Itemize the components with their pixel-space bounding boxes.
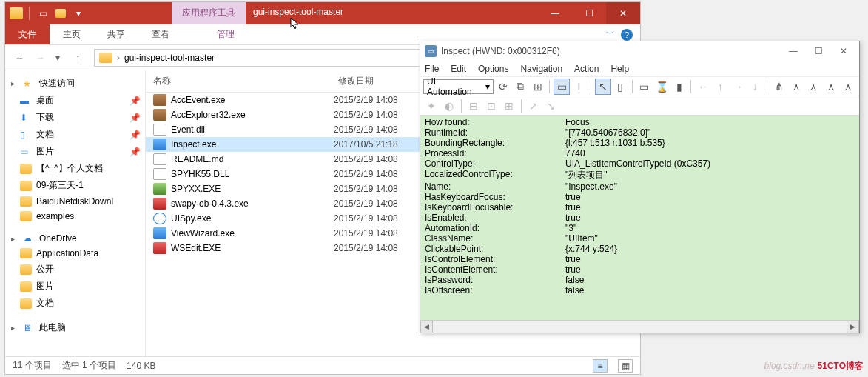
ribbon-tab-share[interactable]: 共享 [94,24,138,44]
ribbon-tab-home[interactable]: 主页 [50,24,94,44]
recent-dropdown[interactable]: ▾ [53,49,63,67]
rect-icon[interactable]: ▭ [636,79,652,95]
highlight-icon[interactable]: ▯ [613,79,628,95]
menu-file[interactable]: File [425,64,439,74]
property-key: LocalizedControlType: [425,169,565,181]
nav-onedrive[interactable]: ▸☁OneDrive [5,231,145,246]
nav-thispc[interactable]: ▸🖥此电脑 [5,319,145,336]
help-icon[interactable]: ? [621,29,633,41]
nav-item-docs2[interactable]: 文档 [5,295,145,312]
property-key: ClassName: [425,233,565,244]
hourglass-icon[interactable]: ⌛ [653,79,669,95]
navigation-pane[interactable]: ▸★快速访问 ▬桌面📌 ⬇下载📌 ▯文档📌 ▭图片📌 【^_^】个人文档 09-… [5,70,146,356]
up-button[interactable]: ↑ [69,49,87,67]
nav-item-public[interactable]: 公开 [5,261,145,278]
status-item-count: 11 个项目 [13,359,52,372]
divider [29,7,30,20]
ribbon-expand-icon[interactable]: 〉 [603,30,616,39]
ribbon-tab-manage[interactable]: 管理 [203,24,248,44]
cursor-icon[interactable]: ↖ [595,79,610,95]
scroll-left-button[interactable]: ◀ [420,321,433,333]
mode-combo[interactable]: UI Automation▾ [423,79,494,94]
minimize-button[interactable]: — [782,44,804,59]
scroll-right-button[interactable]: ▶ [847,321,859,333]
menu-options[interactable]: Options [478,64,508,74]
new-folder-icon[interactable] [53,6,68,21]
file-icon [153,109,166,121]
action-icon-5[interactable]: ⊞ [501,98,517,114]
menu-navigation[interactable]: Navigation [520,64,562,74]
nav-left-icon[interactable]: ← [695,79,710,95]
ribbon-tab-view[interactable]: 查看 [138,24,183,44]
nav-item-pictures2[interactable]: 图片 [5,278,145,295]
folder-icon [20,164,32,174]
properties-icon[interactable]: ▭ [36,6,50,21]
watch-focus-icon[interactable]: I [571,79,587,95]
action-icon-4[interactable]: ⊡ [483,98,499,114]
parent-icon[interactable]: ⋔ [771,79,787,95]
action-icon-3[interactable]: ⊟ [465,98,482,114]
property-value: "3" [565,223,576,233]
inspect-titlebar[interactable]: ▭ Inspect (HWND: 0x000312F6) — ☐ ✕ [420,41,859,61]
nav-item-appdata[interactable]: ApplicationData [5,246,145,261]
menu-action[interactable]: Action [574,64,599,74]
nav-item-examples[interactable]: examples [5,209,145,224]
caret-icon[interactable]: ▮ [671,79,687,95]
nav-item-desktop[interactable]: ▬桌面📌 [5,92,145,109]
action-icon-2[interactable]: ◐ [441,98,457,114]
icons-view-icon[interactable]: ▦ [618,359,633,373]
inspect-menu-bar: File Edit Options Navigation Action Help [420,61,859,77]
property-key: IsPassword: [425,275,565,285]
close-button[interactable]: ✕ [832,44,855,59]
cursor-icon [290,17,300,30]
file-name: UISpy.exe [171,213,211,224]
nav-item-pictures[interactable]: ▭图片📌 [5,143,145,160]
property-value: 7740 [565,148,585,159]
nav-right-icon[interactable]: → [730,79,745,95]
last-child-icon[interactable]: ⋏ [841,79,856,95]
nav-item-day3[interactable]: 09-第三天-1 [5,177,145,194]
property-key: IsContentElement: [425,264,565,275]
qat-dropdown-icon[interactable]: ▾ [71,6,86,21]
copy-icon[interactable]: ⧉ [512,79,528,95]
action-icon-6[interactable]: ↗ [525,98,542,114]
minimize-button[interactable]: — [538,2,572,24]
property-key: HasKeyboardFocus: [425,192,565,202]
breadcrumb-folder[interactable]: gui-inspect-tool-master [124,53,215,63]
close-button[interactable]: ✕ [606,2,640,24]
col-header-name[interactable]: 名称 [153,75,338,87]
menu-help[interactable]: Help [610,64,629,74]
download-icon: ⬇ [20,113,32,123]
nav-down-icon[interactable]: ↓ [747,79,763,95]
prev-sibling-icon[interactable]: ⋏ [806,79,821,95]
ribbon-file-tab[interactable]: 文件 [5,24,50,44]
property-value: {l:457 t:513 r:1031 b:535} [565,138,665,148]
horizontal-scrollbar[interactable]: ◀ ▶ [420,320,859,333]
refresh-icon[interactable]: ⟳ [495,79,511,95]
pin-icon: 📌 [129,96,141,106]
nav-item-downloads[interactable]: ⬇下载📌 [5,109,145,126]
maximize-button[interactable]: ☐ [572,2,606,24]
back-button[interactable]: ← [11,49,29,67]
menu-edit[interactable]: Edit [451,64,466,74]
inspect-window: ▭ Inspect (HWND: 0x000312F6) — ☐ ✕ File … [420,41,860,333]
nav-up-icon[interactable]: ↑ [713,79,728,95]
property-pane[interactable]: How found:FocusRuntimeId:"[7740.54067683… [420,116,859,320]
nav-item-documents[interactable]: ▯文档📌 [5,126,145,143]
titlebar[interactable]: ▭ ▾ 应用程序工具 gui-inspect-tool-master — ☐ ✕ [5,2,640,24]
first-child-icon[interactable]: ⋏ [788,79,804,95]
pin-icon: 📌 [129,147,141,157]
tree-icon[interactable]: ⊞ [530,79,545,95]
nav-quick-access[interactable]: ▸★快速访问 [5,75,145,92]
chevron-right-icon[interactable]: › [117,53,120,63]
action-icon-1[interactable]: ✦ [423,98,440,114]
next-sibling-icon[interactable]: ⋏ [823,79,838,95]
nav-item-personal[interactable]: 【^_^】个人文档 [5,160,145,177]
details-view-icon[interactable]: ≡ [593,359,608,373]
maximize-button[interactable]: ☐ [807,44,830,59]
action-icon-7[interactable]: ↘ [543,98,559,114]
watch-cursor-icon[interactable]: ▭ [554,79,569,95]
nav-item-baidu[interactable]: BaiduNetdiskDownl [5,194,145,209]
forward-button[interactable]: → [32,49,50,67]
file-icon [153,153,166,165]
